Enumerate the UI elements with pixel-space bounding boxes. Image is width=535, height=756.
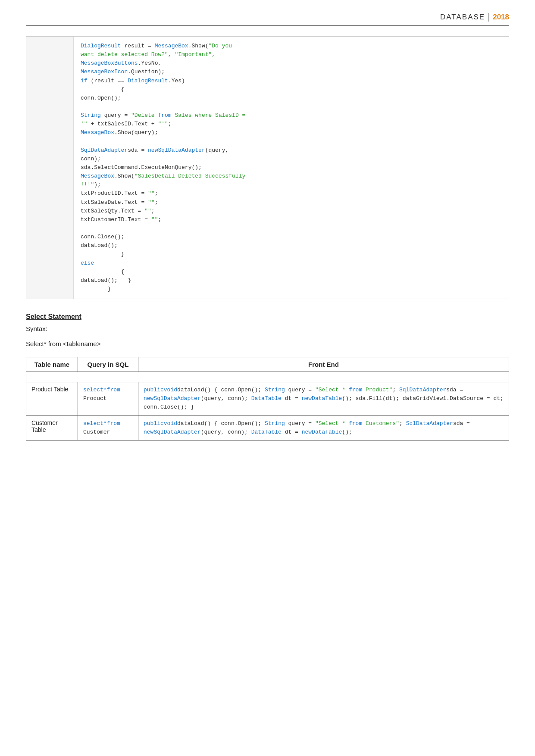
page-header: DATABASE 2018 <box>26 13 509 26</box>
code-area: DialogResult result = MessageBox.Show("D… <box>74 37 509 299</box>
page: DATABASE 2018 DialogResult result = Mess… <box>0 0 535 756</box>
line-numbers <box>26 37 74 299</box>
syntax-label: Syntax: <box>26 325 509 332</box>
row-customer-name: CustomerTable <box>26 415 78 440</box>
code-block-container: DialogResult result = MessageBox.Show("D… <box>26 36 509 299</box>
sql-table: Table name Query in SQL Front End Produc… <box>26 357 509 440</box>
row-customer-query: select*from Customer <box>78 415 138 440</box>
row-product-query: select*from Product <box>78 382 138 415</box>
table-header-row: Table name Query in SQL Front End <box>26 357 509 372</box>
syntax-example: Select* from <tablename> <box>26 340 509 347</box>
table-row: Product Table select*from Product public… <box>26 382 509 415</box>
col-header-frontend: Front End <box>138 357 509 372</box>
row-product-frontend: publicvoiddataLoad() { conn.Open(); Stri… <box>138 382 509 415</box>
section-heading: Select Statement <box>26 313 509 321</box>
row-product-name: Product Table <box>26 382 78 415</box>
col-header-query: Query in SQL <box>78 357 138 372</box>
select-section: Select Statement Syntax: Select* from <t… <box>26 313 509 440</box>
header-year: 2018 <box>488 13 509 22</box>
row-customer-frontend: publicvoiddataLoad() { conn.Open(); Stri… <box>138 415 509 440</box>
col-header-name: Table name <box>26 357 78 372</box>
spacer-row <box>26 372 509 382</box>
table-row: CustomerTable select*from Customer publi… <box>26 415 509 440</box>
header-title: DATABASE <box>440 13 485 22</box>
